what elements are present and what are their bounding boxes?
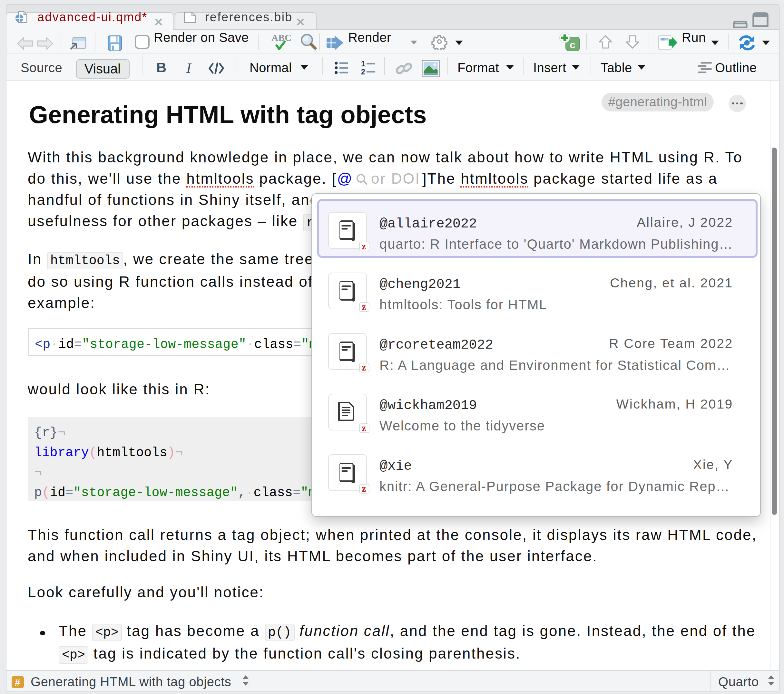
svg-text:ABC: ABC <box>272 33 292 43</box>
svg-text:c: c <box>570 39 575 51</box>
svg-text:2: 2 <box>361 67 365 76</box>
svg-text:1: 1 <box>361 61 365 68</box>
